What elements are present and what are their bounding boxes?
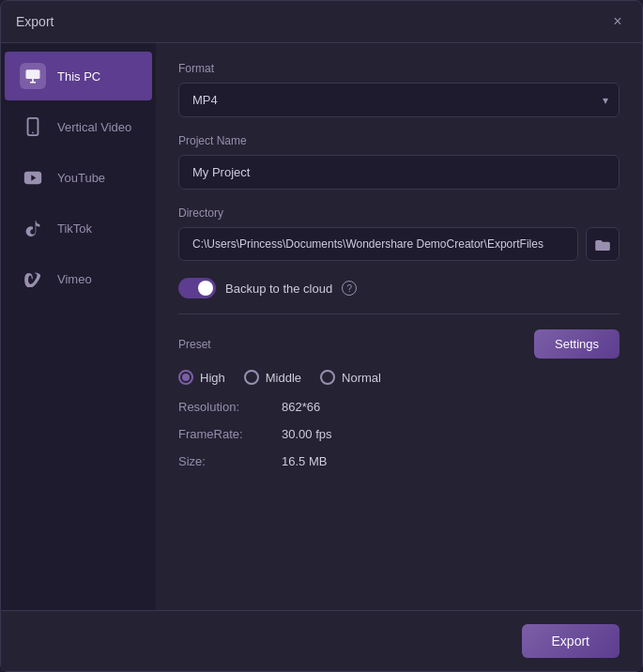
project-name-group: Project Name (178, 134, 620, 190)
preset-label: Preset (178, 338, 211, 351)
main-content: This PC Vertical Video (1, 43, 642, 610)
cloud-backup-toggle[interactable] (178, 278, 216, 298)
sidebar-item-tiktok[interactable]: TikTok (5, 204, 152, 252)
framerate-value: 30.00 fps (282, 427, 620, 441)
format-label: Format (178, 62, 620, 75)
export-window: Export × This PC (0, 0, 643, 672)
sidebar: This PC Vertical Video (1, 43, 156, 610)
preset-middle-option[interactable]: Middle (244, 370, 301, 385)
settings-button[interactable]: Settings (534, 329, 620, 359)
browse-folder-button[interactable] (586, 227, 620, 261)
preset-middle-label: Middle (266, 371, 301, 385)
details-table: Resolution: 862*66 FrameRate: 30.00 fps … (178, 400, 620, 468)
close-button[interactable]: × (608, 12, 627, 31)
title-bar: Export × (1, 1, 642, 43)
pc-icon (20, 63, 46, 89)
preset-normal-radio[interactable] (320, 370, 335, 385)
divider (178, 313, 620, 314)
framerate-label: FrameRate: (178, 427, 282, 441)
sidebar-item-vertical-video-label: Vertical Video (57, 120, 131, 134)
help-icon[interactable]: ? (342, 281, 357, 296)
preset-normal-label: Normal (342, 371, 381, 385)
sidebar-item-vertical-video[interactable]: Vertical Video (5, 102, 152, 151)
toggle-thumb (198, 281, 213, 296)
format-group: Format MP4 AVI MOV MKV GIF ▾ (178, 62, 620, 117)
vimeo-icon (20, 266, 46, 292)
sidebar-item-vimeo-label: Vimeo (57, 272, 92, 286)
vertical-video-icon (20, 114, 46, 140)
tiktok-icon (20, 215, 46, 241)
directory-group: Directory C:\Users\Princess\Documents\Wo… (178, 206, 620, 261)
project-name-label: Project Name (178, 134, 620, 147)
footer: Export (1, 610, 642, 671)
sidebar-item-this-pc[interactable]: This PC (5, 52, 152, 100)
svg-point-2 (32, 131, 34, 133)
resolution-label: Resolution: (178, 400, 282, 414)
format-select-wrapper: MP4 AVI MOV MKV GIF ▾ (178, 83, 620, 117)
preset-middle-radio[interactable] (244, 370, 259, 385)
format-select[interactable]: MP4 AVI MOV MKV GIF (178, 83, 620, 117)
project-name-input[interactable] (178, 155, 620, 190)
main-panel: Format MP4 AVI MOV MKV GIF ▾ Project Nam… (156, 43, 642, 610)
sidebar-item-tiktok-label: TikTok (57, 221, 92, 236)
directory-wrapper: C:\Users\Princess\Documents\Wondershare … (178, 227, 620, 261)
preset-high-radio-inner (182, 374, 190, 381)
preset-high-radio[interactable] (178, 370, 193, 385)
cloud-backup-row: Backup to the cloud ? (178, 278, 620, 298)
sidebar-item-youtube-label: YouTube (57, 171, 105, 185)
preset-high-option[interactable]: High (178, 370, 225, 385)
window-title: Export (16, 14, 54, 29)
size-label: Size: (178, 454, 282, 468)
youtube-icon (20, 164, 46, 191)
sidebar-item-youtube[interactable]: YouTube (5, 153, 152, 202)
directory-input: C:\Users\Princess\Documents\Wondershare … (178, 227, 578, 261)
preset-radio-group: High Middle Normal (178, 370, 620, 385)
sidebar-item-vimeo[interactable]: Vimeo (5, 254, 152, 303)
export-button[interactable]: Export (522, 624, 620, 658)
size-value: 16.5 MB (282, 454, 620, 468)
directory-label: Directory (178, 206, 620, 220)
resolution-value: 862*66 (282, 400, 620, 414)
sidebar-item-this-pc-label: This PC (57, 69, 100, 84)
preset-high-label: High (200, 371, 225, 385)
cloud-backup-label: Backup to the cloud (225, 282, 332, 296)
preset-header: Preset Settings (178, 329, 620, 359)
svg-rect-0 (26, 69, 40, 79)
preset-normal-option[interactable]: Normal (320, 370, 381, 385)
